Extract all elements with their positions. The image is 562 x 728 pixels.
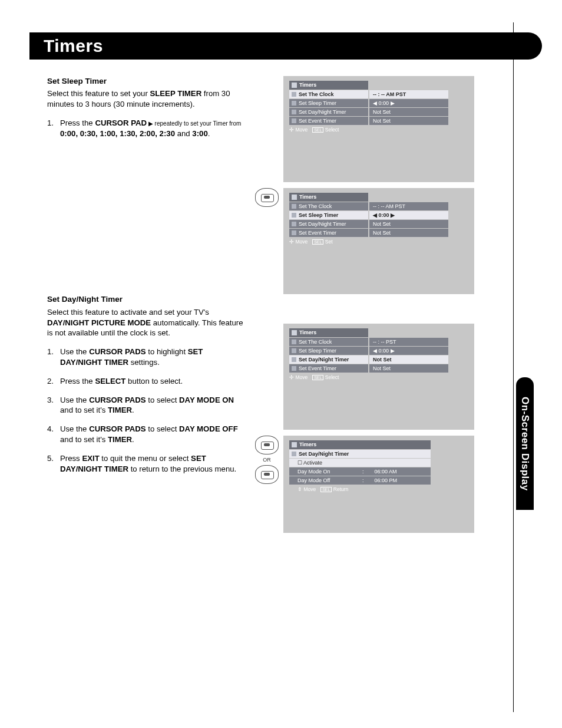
remote-ok-icon	[255, 436, 279, 454]
section1-heading: Set Sleep Timer	[47, 76, 244, 87]
section1-intro: Select this feature to set your SLEEP TI…	[47, 88, 244, 110]
tv-screen-1: Timers Set The Clock Set Sleep Timer Set…	[283, 76, 474, 182]
section2-step3: 3. Use the CURSOR PADS to select DAY MOD…	[47, 395, 244, 416]
section2-heading: Set Day/Night Timer	[47, 294, 244, 305]
section2-step5: 5. Press EXIT to quit the menu or select…	[47, 453, 244, 475]
screenshots-column: Timers Set The Clock Set Sleep Timer Set…	[250, 76, 492, 533]
remote-lr-icon	[255, 465, 279, 484]
section2-step1: 1. Use the CURSOR PADS to highlight SET …	[47, 347, 244, 368]
remote-lr-icon	[255, 188, 279, 207]
section1-step1: 1. Press the CURSOR PAD ▶ repeatedly to …	[47, 118, 244, 139]
page-title: Timers	[29, 32, 542, 60]
section2-intro: Select this feature to activate and set …	[47, 307, 244, 338]
section2-step2: 2. Press the SELECT button to select.	[47, 376, 244, 387]
tv-screen-2: Timers Set The Clock Set Sleep Timer Set…	[283, 188, 474, 294]
vertical-rule	[513, 22, 514, 712]
tv-screen-4: Timers Set Day/Night Timer ☐ Activate Da…	[283, 436, 474, 533]
side-tab: On-Screen Display	[516, 377, 534, 510]
section2-step4: 4. Use the CURSOR PADS to select DAY MOD…	[47, 424, 244, 445]
instructions-column: Set Sleep Timer Select this feature to s…	[29, 76, 244, 533]
or-label: OR	[263, 457, 271, 463]
tv-screen-3: Timers Set The Clock Set Sleep Timer Set…	[283, 324, 474, 430]
